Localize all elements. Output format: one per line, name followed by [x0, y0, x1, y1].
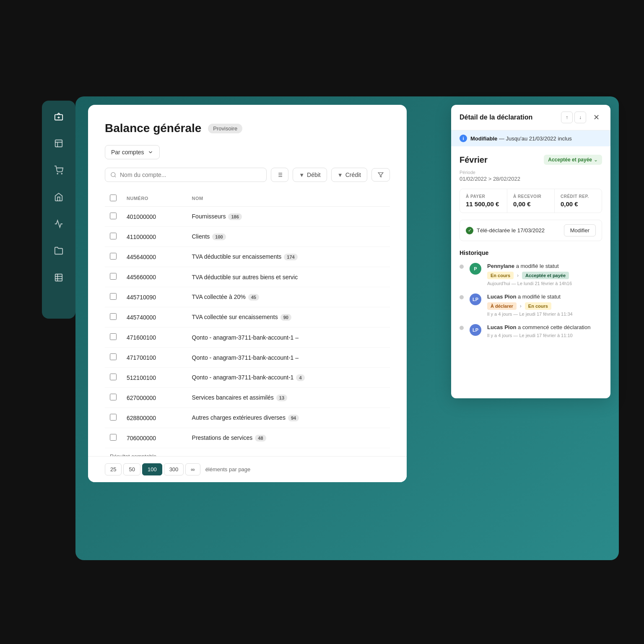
search-box[interactable] — [105, 168, 267, 182]
detail-content: Février Acceptée et payée ⌄ Période 01/0… — [451, 146, 610, 354]
row-checkbox-cell[interactable] — [105, 327, 122, 348]
row-checkbox-cell[interactable] — [105, 388, 122, 408]
per-page-300[interactable]: 300 — [164, 463, 184, 475]
row-checkbox-5[interactable] — [110, 313, 117, 320]
to-badge: En cours — [525, 302, 551, 310]
account-name: Qonto - anagram-3711-bank-account-14 — [187, 368, 390, 388]
sidebar-icon-chart[interactable] — [51, 136, 66, 151]
row-checkbox-0[interactable] — [110, 213, 117, 219]
table-row: 445740000 TVA collectée sur encaissement… — [105, 307, 390, 327]
sort-button[interactable] — [271, 168, 288, 182]
modifier-button[interactable]: Modifier — [564, 224, 596, 236]
per-page-100[interactable]: 100 — [142, 463, 162, 475]
row-checkbox-9[interactable] — [110, 394, 117, 400]
row-checkbox-1[interactable] — [110, 233, 117, 239]
status-dropdown-button[interactable]: ⌄ — [594, 157, 598, 163]
account-number: 401000000 — [122, 207, 187, 227]
accounts-table: NUMÉRO NOM 401000000 Fournisseurs186 411… — [105, 190, 390, 448]
account-number: 512100100 — [122, 368, 187, 388]
account-name: TVA collectée sur encaissements90 — [187, 307, 390, 327]
row-checkbox-cell[interactable] — [105, 247, 122, 267]
history-author: Pennylane — [487, 263, 514, 269]
tele-declared-text: Télé-déclarée le 17/03/2022 — [477, 227, 545, 234]
account-number: 445710090 — [122, 287, 187, 307]
more-filter-button[interactable] — [371, 168, 390, 182]
view-selector-button[interactable]: Par comptes — [105, 145, 160, 159]
account-badge: 174 — [284, 254, 297, 260]
to-badge: Acceptée et payée — [522, 272, 569, 279]
per-page-25[interactable]: 25 — [105, 463, 122, 475]
search-icon — [110, 171, 117, 178]
sidebar-icon-cart[interactable] — [51, 163, 66, 178]
row-checkbox-cell[interactable] — [105, 307, 122, 327]
row-checkbox-6[interactable] — [110, 333, 117, 340]
row-checkbox-3[interactable] — [110, 273, 117, 280]
account-badge: 100 — [212, 234, 226, 240]
account-name: Prestations de services48 — [187, 428, 390, 448]
sidebar-icon-folder[interactable] — [51, 243, 66, 258]
history-action: Lucas Pion a modifié le statut — [487, 293, 602, 300]
history-badges: En cours › Acceptée et payée — [487, 272, 602, 279]
history-author: Lucas Pion — [487, 324, 516, 330]
filter-credit-button[interactable]: ▼ Crédit — [331, 168, 367, 182]
row-checkbox-2[interactable] — [110, 253, 117, 260]
account-name: Fournisseurs186 — [187, 207, 390, 227]
row-checkbox-cell[interactable] — [105, 428, 122, 448]
per-page-50[interactable]: 50 — [123, 463, 140, 475]
from-badge: En cours — [487, 272, 514, 279]
history-item: P Pennylane a modifié le statut En cours… — [460, 263, 602, 286]
row-checkbox-cell[interactable] — [105, 408, 122, 428]
filter-debit-button[interactable]: ▼ Débit — [293, 168, 327, 182]
account-number: 628800000 — [122, 408, 187, 428]
account-badge: 90 — [280, 314, 291, 321]
row-checkbox-cell[interactable] — [105, 348, 122, 368]
history-body: Lucas Pion a modifié le statut À déclare… — [487, 293, 602, 317]
account-badge: 45 — [248, 294, 259, 301]
account-number: 445640000 — [122, 247, 187, 267]
account-name: Autres charges extérieures diverses94 — [187, 408, 390, 428]
row-checkbox-4[interactable] — [110, 293, 117, 300]
row-checkbox-7[interactable] — [110, 353, 117, 360]
account-badge: 186 — [228, 213, 242, 220]
svg-point-5 — [61, 173, 62, 174]
per-page-infinite[interactable]: ∞ — [185, 463, 200, 475]
info-text: — Jusqu'au 21/03/2022 inclus — [499, 135, 572, 142]
row-checkbox-cell[interactable] — [105, 227, 122, 247]
table-row: 401000000 Fournisseurs186 — [105, 207, 390, 227]
info-icon: i — [460, 135, 467, 142]
history-avatar: LP — [470, 324, 481, 336]
row-checkbox-8[interactable] — [110, 374, 117, 380]
nav-down-button[interactable]: ↓ — [574, 112, 586, 123]
account-number: 471600100 — [122, 327, 187, 348]
nav-up-button[interactable]: ↑ — [561, 112, 573, 123]
select-all-checkbox[interactable] — [110, 195, 117, 201]
svg-rect-3 — [55, 140, 62, 147]
history-dot — [460, 295, 464, 299]
row-checkbox-cell[interactable] — [105, 267, 122, 287]
sort-icon — [276, 171, 283, 178]
history-badges: À déclarer › En cours — [487, 302, 602, 310]
account-number: 627000000 — [122, 388, 187, 408]
sidebar-icon-bank[interactable] — [51, 109, 66, 124]
table-row: 445640000 TVA déductible sur encaissemen… — [105, 247, 390, 267]
close-button[interactable]: ✕ — [590, 112, 602, 123]
from-badge: À déclarer — [487, 302, 517, 310]
row-checkbox-cell[interactable] — [105, 368, 122, 388]
row-checkbox-cell[interactable] — [105, 207, 122, 227]
svg-rect-6 — [55, 274, 62, 281]
account-name: TVA déductible sur encaissements174 — [187, 247, 390, 267]
search-filter-row: ▼ Débit ▼ Crédit — [105, 168, 390, 182]
history-time: Il y a 4 jours — Le jeudi 17 février à 1… — [487, 312, 602, 317]
sidebar-icon-graph[interactable] — [51, 216, 66, 231]
row-checkbox-10[interactable] — [110, 414, 117, 421]
pagination-row: 25 50 100 300 ∞ éléments par page — [88, 456, 407, 482]
row-checkbox-11[interactable] — [110, 434, 117, 441]
account-number: 411000000 — [122, 227, 187, 247]
account-badge: 48 — [255, 435, 266, 441]
sidebar-icon-table[interactable] — [51, 270, 66, 285]
table-row: 628800000 Autres charges extérieures div… — [105, 408, 390, 428]
search-input[interactable] — [120, 171, 261, 178]
row-checkbox-cell[interactable] — [105, 287, 122, 307]
table-row: 445710090 TVA collectée à 20%45 — [105, 287, 390, 307]
sidebar-icon-store[interactable] — [51, 190, 66, 205]
